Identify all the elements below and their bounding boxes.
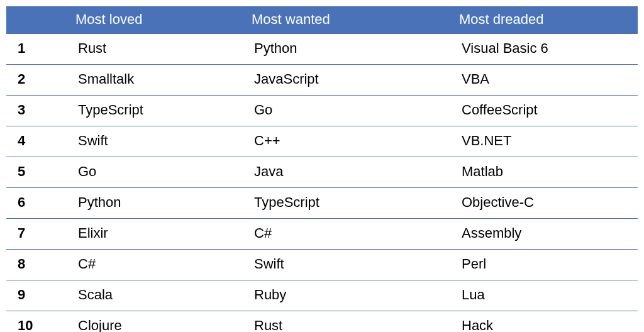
header-most-wanted: Most wanted bbox=[245, 6, 453, 34]
table-body: 1 Rust Python Visual Basic 6 2 Smalltalk… bbox=[6, 34, 638, 332]
dreaded-cell: CoffeeScript bbox=[453, 96, 638, 126]
dreaded-cell: Objective-C bbox=[453, 188, 638, 219]
table-row: 3 TypeScript Go CoffeeScript bbox=[6, 96, 638, 126]
rank-cell: 7 bbox=[6, 219, 69, 250]
dreaded-cell: Matlab bbox=[453, 157, 638, 188]
wanted-cell: Swift bbox=[245, 250, 453, 280]
loved-cell: Clojure bbox=[69, 311, 245, 333]
wanted-cell: Ruby bbox=[245, 280, 453, 311]
dreaded-cell: Hack bbox=[453, 311, 638, 333]
loved-cell: Scala bbox=[69, 280, 245, 311]
wanted-cell: TypeScript bbox=[245, 188, 453, 219]
header-rank bbox=[6, 6, 69, 34]
language-ranking-table: Most loved Most wanted Most dreaded 1 Ru… bbox=[6, 6, 638, 332]
table-row: 8 C# Swift Perl bbox=[6, 250, 638, 280]
loved-cell: Rust bbox=[69, 34, 245, 65]
dreaded-cell: Visual Basic 6 bbox=[453, 34, 638, 65]
table-row: 10 Clojure Rust Hack bbox=[6, 311, 638, 333]
rank-cell: 10 bbox=[6, 311, 69, 333]
rank-cell: 6 bbox=[6, 188, 69, 219]
wanted-cell: Java bbox=[245, 157, 453, 188]
table-row: 4 Swift C++ VB.NET bbox=[6, 126, 638, 157]
dreaded-cell: Lua bbox=[453, 280, 638, 311]
table-row: 2 Smalltalk JavaScript VBA bbox=[6, 65, 638, 96]
wanted-cell: Go bbox=[245, 96, 453, 126]
rank-cell: 2 bbox=[6, 65, 69, 96]
table-row: 7 Elixir C# Assembly bbox=[6, 219, 638, 250]
table-row: 6 Python TypeScript Objective-C bbox=[6, 188, 638, 219]
rank-cell: 1 bbox=[6, 34, 69, 65]
loved-cell: Swift bbox=[69, 126, 245, 157]
table-row: 1 Rust Python Visual Basic 6 bbox=[6, 34, 638, 65]
rank-cell: 3 bbox=[6, 96, 69, 126]
loved-cell: Elixir bbox=[69, 219, 245, 250]
rank-cell: 9 bbox=[6, 280, 69, 311]
loved-cell: C# bbox=[69, 250, 245, 280]
wanted-cell: Rust bbox=[245, 311, 453, 333]
rank-cell: 4 bbox=[6, 126, 69, 157]
dreaded-cell: VB.NET bbox=[453, 126, 638, 157]
loved-cell: TypeScript bbox=[69, 96, 245, 126]
table-header-row: Most loved Most wanted Most dreaded bbox=[6, 6, 638, 34]
loved-cell: Go bbox=[69, 157, 245, 188]
loved-cell: Python bbox=[69, 188, 245, 219]
wanted-cell: C++ bbox=[245, 126, 453, 157]
wanted-cell: C# bbox=[245, 219, 453, 250]
table-row: 5 Go Java Matlab bbox=[6, 157, 638, 188]
dreaded-cell: VBA bbox=[453, 65, 638, 96]
rank-cell: 8 bbox=[6, 250, 69, 280]
wanted-cell: JavaScript bbox=[245, 65, 453, 96]
dreaded-cell: Assembly bbox=[453, 219, 638, 250]
loved-cell: Smalltalk bbox=[69, 65, 245, 96]
rank-cell: 5 bbox=[6, 157, 69, 188]
header-most-dreaded: Most dreaded bbox=[453, 6, 638, 34]
header-most-loved: Most loved bbox=[69, 6, 245, 34]
dreaded-cell: Perl bbox=[453, 250, 638, 280]
wanted-cell: Python bbox=[245, 34, 453, 65]
table-row: 9 Scala Ruby Lua bbox=[6, 280, 638, 311]
